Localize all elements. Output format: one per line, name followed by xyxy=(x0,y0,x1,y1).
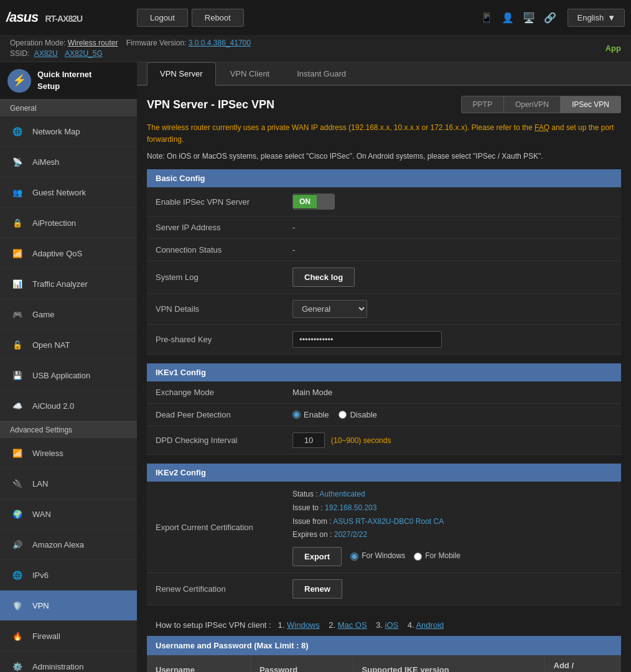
setup-link-android[interactable]: Android xyxy=(416,620,444,630)
sidebar-item-lan[interactable]: 🔌LAN xyxy=(0,469,137,499)
sidebar-label-guest-network: Guest Network xyxy=(32,188,86,197)
ssid-row: SSID: AX82U AX82U_5G xyxy=(10,49,602,58)
sidebar-item-traffic-analyzer[interactable]: 📊Traffic Analyzer xyxy=(0,269,137,299)
dead-peer-enable-radio[interactable] xyxy=(292,411,301,419)
cert-issue-from-row: Issue from : ASUS RT-AX82U-DBC0 Root CA xyxy=(292,515,612,529)
top-buttons: Logout Reboot xyxy=(137,9,244,27)
sidebar-icon-wireless: 📶 xyxy=(9,444,26,462)
warning-box: The wireless router currently uses a pri… xyxy=(147,122,621,146)
export-button[interactable]: Export xyxy=(292,547,342,566)
sidebar-label-aimesh: AiMesh xyxy=(32,157,59,167)
user-table-header: Username and Password (Max Limit : 8) xyxy=(147,636,621,655)
toggle-handle[interactable] xyxy=(317,194,334,209)
sidebar-item-wireless[interactable]: 📶Wireless xyxy=(0,438,137,469)
col-username: Username xyxy=(147,655,250,672)
for-windows-radio-label[interactable]: For Windows xyxy=(350,549,405,563)
system-log-value: Check log xyxy=(284,261,621,294)
sidebar-item-aicloud[interactable]: ☁️AiCloud 2.0 xyxy=(0,391,137,421)
enable-toggle[interactable]: ON xyxy=(292,194,335,210)
sidebar-item-aiprotection[interactable]: 🔒AiProtection xyxy=(0,208,137,238)
tab-vpn-server[interactable]: VPN Server xyxy=(147,62,216,86)
dead-peer-disable-radio[interactable] xyxy=(339,411,347,419)
sidebar-icon-lan: 🔌 xyxy=(9,475,26,492)
sidebar-label-amazon-alexa: Amazon Alexa xyxy=(32,540,84,549)
sidebar-label-lan: LAN xyxy=(32,479,48,488)
ssid-label: SSID: xyxy=(10,49,29,58)
share-icon[interactable]: 🔗 xyxy=(544,12,556,24)
sidebar-item-network-map[interactable]: 🌐Network Map xyxy=(0,116,137,147)
setup-link-ios[interactable]: iOS xyxy=(385,620,399,630)
info-bar: Operation Mode: Wireless router Firmware… xyxy=(0,35,631,62)
setup-links: How to setup IPSec VPN client : 1. Windo… xyxy=(147,614,621,636)
chevron-down-icon: ▼ xyxy=(607,13,615,22)
page-title-row: VPN Server - IPSec VPN PPTPOpenVPNIPSec … xyxy=(147,96,621,113)
monitor-icon[interactable]: 🖥️ xyxy=(523,12,535,24)
user-icon[interactable]: 👤 xyxy=(502,12,514,24)
exchange-mode-value: Main Mode xyxy=(284,381,621,404)
sidebar-item-ipv6[interactable]: 🌐IPv6 xyxy=(0,560,137,590)
sidebar-icon-vpn: 🛡️ xyxy=(9,597,26,614)
logout-button[interactable]: Logout xyxy=(137,9,188,27)
sidebar-item-amazon-alexa[interactable]: 🔊Amazon Alexa xyxy=(0,530,137,560)
for-windows-radio[interactable] xyxy=(350,553,358,561)
sidebar-item-quick-setup[interactable]: ⚡ Quick Internet Setup xyxy=(0,62,137,100)
renew-button[interactable]: Renew xyxy=(292,579,342,599)
vpn-details-select[interactable]: General xyxy=(292,300,367,318)
sidebar-label-traffic-analyzer: Traffic Analyzer xyxy=(32,279,88,289)
app-icon[interactable]: 📱 xyxy=(480,12,493,24)
ikev1-config-header: IKEv1 Config xyxy=(147,363,621,381)
fw-label: Firmware Version: xyxy=(126,39,187,47)
language-button[interactable]: English ▼ xyxy=(568,9,625,27)
cert-expires-row: Expires on : 2027/2/22 xyxy=(292,528,612,542)
sidebar-label-administration: Administration xyxy=(32,662,83,671)
cert-issue-from-value: ASUS RT-AX82U-DBC0 Root CA xyxy=(333,517,444,526)
faq-link[interactable]: FAQ xyxy=(535,123,549,132)
export-cert-row: Export Current Certification Status : Au… xyxy=(147,482,621,572)
ikev1-config-table: Exchange Mode Main Mode Dead Peer Detect… xyxy=(147,381,621,455)
layout: ⚡ Quick Internet Setup General 🌐Network … xyxy=(0,62,631,672)
sidebar-item-wan[interactable]: 🌍WAN xyxy=(0,499,137,530)
sidebar-item-vpn[interactable]: 🛡️VPN xyxy=(0,590,137,621)
sidebar-item-open-nat[interactable]: 🔓Open NAT xyxy=(0,330,137,360)
sidebar-item-guest-network[interactable]: 👥Guest Network xyxy=(0,177,137,208)
logo-area: /asus RT-AX82U xyxy=(6,9,131,26)
sidebar-item-game[interactable]: 🎮Game xyxy=(0,299,137,330)
cert-export-row: Export For Windows For Mobile xyxy=(292,547,612,566)
vpn-type-btn-openvpn[interactable]: OpenVPN xyxy=(504,96,561,113)
setup-link-windows[interactable]: Windows xyxy=(287,620,320,630)
connection-status-label: Connection Status xyxy=(147,239,284,261)
reboot-button[interactable]: Reboot xyxy=(192,9,244,27)
preshared-key-input[interactable] xyxy=(292,331,442,348)
ssid2-link[interactable]: AX82U_5G xyxy=(65,49,103,58)
vpn-type-buttons: PPTPOpenVPNIPSec VPN xyxy=(461,96,621,113)
sidebar-label-wireless: Wireless xyxy=(32,449,63,458)
for-mobile-radio-label[interactable]: For Mobile xyxy=(414,549,460,563)
vpn-type-btn-pptp[interactable]: PPTP xyxy=(462,96,504,113)
dpd-interval-input[interactable] xyxy=(292,432,325,448)
sidebar-icon-wan: 🌍 xyxy=(9,505,26,523)
sidebar-icon-guest-network: 👥 xyxy=(9,184,26,201)
sidebar-icon-administration: ⚙️ xyxy=(9,658,26,672)
ssid1-link[interactable]: AX82U xyxy=(34,49,58,58)
vpn-type-btn-ipsec[interactable]: IPSec VPN xyxy=(561,96,620,113)
top-bar: /asus RT-AX82U Logout Reboot 📱 👤 🖥️ 🔗 En… xyxy=(0,0,631,35)
dead-peer-row: Dead Peer Detection Enable Disable xyxy=(147,404,621,426)
sidebar-item-usb-application[interactable]: 💾USB Application xyxy=(0,360,137,391)
tab-vpn-client[interactable]: VPN Client xyxy=(217,62,283,85)
fw-version-link[interactable]: 3.0.0.4.386_41700 xyxy=(189,39,251,47)
sidebar-item-firewall[interactable]: 🔥Firewall xyxy=(0,621,137,651)
sidebar-label-aiprotection: AiProtection xyxy=(32,218,76,228)
setup-link-macos[interactable]: Mac OS xyxy=(338,620,367,630)
col-password: Password xyxy=(250,655,353,672)
for-mobile-radio[interactable] xyxy=(414,553,422,561)
system-log-label: System Log xyxy=(147,261,284,294)
dead-peer-disable[interactable]: Disable xyxy=(339,410,376,419)
sidebar-item-adaptive-qos[interactable]: 📶Adaptive QoS xyxy=(0,238,137,269)
sidebar-item-administration[interactable]: ⚙️Administration xyxy=(0,651,137,672)
sidebar-item-aimesh[interactable]: 📡AiMesh xyxy=(0,147,137,177)
cert-expires-value: 2027/2/22 xyxy=(334,530,367,539)
tab-instant-guard[interactable]: Instant Guard xyxy=(284,62,359,85)
sidebar-icon-adaptive-qos: 📶 xyxy=(9,245,26,262)
dead-peer-enable[interactable]: Enable xyxy=(292,410,329,419)
check-log-button[interactable]: Check log xyxy=(292,268,355,287)
